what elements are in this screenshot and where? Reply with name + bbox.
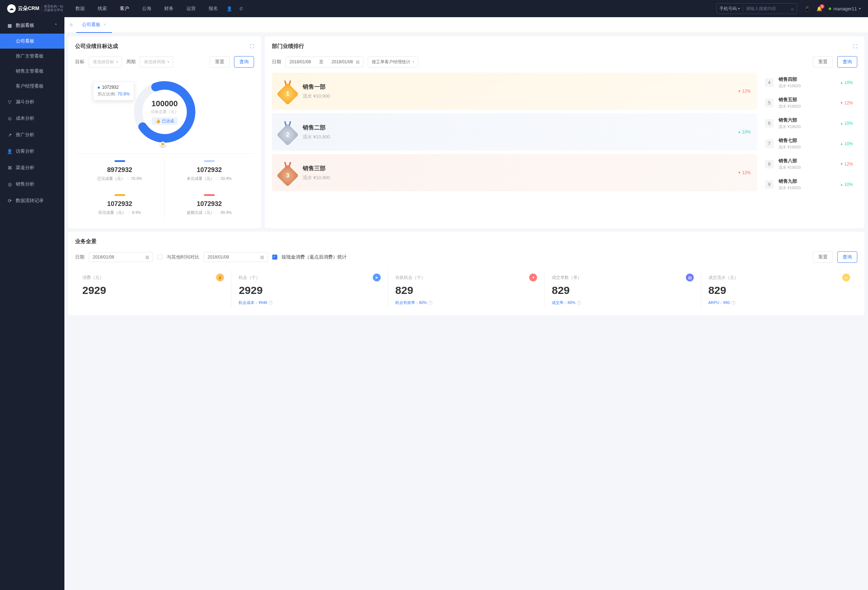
search-box[interactable]: 手机号码▾ ⌕ — [716, 3, 797, 14]
metric-cell: 机会（个）➤2929机会成本：¥948 ? — [231, 270, 387, 309]
search-icon[interactable]: ⌕ — [791, 6, 794, 12]
sidebar-item[interactable]: ↗推广分析 — [0, 127, 64, 143]
dashboard-icon: ▦ — [7, 23, 12, 28]
help-icon[interactable]: ? — [428, 301, 433, 305]
nav-item[interactable]: 数据 — [74, 5, 86, 12]
rank-row[interactable]: 7销售七部流水 ¥19020▲ 10% — [761, 134, 857, 153]
tab-company-dashboard[interactable]: 公司看板 × — [76, 17, 112, 33]
sidebar-item[interactable]: 销售主管看板 — [0, 64, 64, 79]
sidebar-item[interactable]: 👤访客分析 — [0, 143, 64, 159]
menu-icon: ▽ — [7, 99, 12, 104]
donut-label: 目标总量（元） — [151, 109, 179, 115]
search-type-select[interactable]: 手机号码▾ — [719, 6, 743, 12]
nav-item[interactable]: 客户 — [118, 5, 131, 12]
medal-icon: 2 — [278, 121, 297, 143]
calendar-icon: ▦ — [145, 255, 149, 260]
goal-title: 公司业绩目标达成 — [75, 43, 118, 50]
rank-row[interactable]: 5销售五部流水 ¥19020▼ 12% — [761, 93, 857, 113]
rank-card-top[interactable]: 3销售三部流水 ¥10,900▼12% — [272, 154, 757, 191]
sidebar-item[interactable]: ⊙成本分析 — [0, 110, 64, 127]
rank-row[interactable]: 8销售八部流水 ¥19020▼ 12% — [761, 154, 857, 174]
query-button[interactable]: 查询 — [837, 252, 857, 263]
phone-icon[interactable]: ✆ — [239, 6, 243, 12]
thumbs-up-icon: 👍 — [156, 119, 161, 124]
query-button[interactable]: 查询 — [837, 56, 857, 68]
donut-chart: 100000 目标总量（元） 👍 已达成 1072932 所占比例:70.9% — [129, 76, 200, 148]
nav-item[interactable]: 运营 — [185, 5, 197, 12]
stat-type-select[interactable]: 按工单客户经理统计▾ — [368, 56, 418, 68]
date-range-input[interactable]: 2018/01/08 至 2018/01/08 ▦ — [285, 56, 363, 68]
sidebar-item[interactable]: 客户经理看板 — [0, 79, 64, 94]
compare-checkbox[interactable] — [158, 255, 162, 260]
metric-cell: 成交流水（元）▭829ARPU：¥80 ? — [701, 270, 857, 309]
close-icon[interactable]: × — [103, 22, 106, 27]
status-dot-icon — [829, 7, 831, 10]
target-select[interactable]: 请选择目标▾ — [89, 56, 122, 68]
nav-item[interactable]: 公海 — [140, 5, 153, 12]
collapse-sidebar-icon[interactable]: ≡ — [69, 22, 72, 28]
help-icon[interactable]: ? — [577, 301, 581, 305]
menu-icon: ⊙ — [7, 116, 12, 121]
date-input-1[interactable]: 2018/01/08▦ — [89, 252, 153, 262]
donut-status-tag: 👍 已达成 — [152, 117, 177, 125]
logo-text: 云朵CRM — [18, 5, 39, 12]
period-select[interactable]: 请选择周期▾ — [140, 56, 173, 68]
expand-icon[interactable]: ⛶ — [853, 44, 857, 49]
sidebar-item[interactable]: ⟳数据流转记录 — [0, 193, 64, 209]
rank-row[interactable]: 9销售九部流水 ¥19020▲ 10% — [761, 175, 857, 194]
logo-subtitle: 教育机构一站 式服务云平台 — [41, 5, 63, 12]
menu-icon: ⟳ — [7, 198, 12, 203]
help-icon[interactable]: ? — [731, 301, 736, 305]
calendar-icon: ▦ — [260, 255, 264, 260]
sidebar-item[interactable]: ⌘渠道分析 — [0, 159, 64, 176]
metric-icon: ▤ — [686, 274, 694, 281]
medal-icon: 1 — [278, 81, 297, 102]
nav-item[interactable]: 财务 — [163, 5, 175, 12]
bell-icon[interactable]: 🔔 5 — [816, 6, 822, 12]
reset-button[interactable]: 重置 — [210, 56, 230, 68]
menu-icon: ◎ — [7, 182, 12, 187]
sidebar-item[interactable]: 推广主管看板 — [0, 49, 64, 64]
metric-icon: 💰 — [216, 274, 224, 281]
cash-checkbox[interactable] — [272, 255, 277, 260]
tabs-bar: ≡ 公司看板 × — [64, 17, 868, 33]
sidebar-item[interactable]: ▽漏斗分析 — [0, 94, 64, 110]
metric-icon: ▭ — [842, 274, 850, 281]
menu-icon: 👤 — [7, 149, 12, 154]
user-icon[interactable]: 👤 — [226, 6, 232, 12]
date-input-2[interactable]: 2018/01/08▦ — [204, 252, 268, 262]
sidebar-group-dashboard[interactable]: ▦ 数据看板 ˄ — [0, 17, 64, 34]
menu-icon: ↗ — [7, 132, 12, 137]
expand-icon[interactable]: ⛶ — [250, 44, 254, 49]
search-input[interactable] — [746, 6, 789, 11]
nav-item[interactable]: 报名 — [207, 5, 219, 12]
rank-row[interactable]: 4销售四部流水 ¥19020▲ 10% — [761, 73, 857, 92]
sidebar-item[interactable]: ◎销售分析 — [0, 176, 64, 193]
menu-icon: ⌘ — [7, 165, 12, 170]
reset-button[interactable]: 重置 — [813, 252, 833, 263]
mobile-icon[interactable]: 📱 — [804, 6, 810, 12]
rank-card: 部门业绩排行 ⛶ 日期 2018/01/08 至 2018/01/08 ▦ 按工… — [265, 37, 864, 228]
nav-item[interactable]: 线索 — [96, 5, 108, 12]
rank-title: 部门业绩排行 — [272, 43, 304, 50]
reset-button[interactable]: 重置 — [813, 56, 833, 68]
logo[interactable]: ☁ 云朵CRM 教育机构一站 式服务云平台 — [7, 4, 63, 13]
rank-card-top[interactable]: 1销售一部流水 ¥10,900▼12% — [272, 73, 757, 110]
query-button[interactable]: 查询 — [234, 56, 254, 68]
username: manager11 — [833, 6, 857, 12]
sidebar-item[interactable]: 公司看板 — [0, 34, 64, 49]
donut-value: 100000 — [151, 99, 177, 108]
stat-cell: 1072932应完成量（元）8.9% — [75, 188, 165, 222]
overview-card: 业务全景 日期 2018/01/08▦ 与其他时间对比 2018/01/08▦ … — [68, 232, 864, 315]
stat-cell: 1072932超额完成（元）89.9% — [165, 188, 254, 222]
user-menu[interactable]: manager11 ▾ — [829, 6, 861, 12]
cloud-icon: ☁ — [7, 4, 16, 13]
metric-icon: ✦ — [529, 274, 537, 281]
chevron-down-icon: ▾ — [859, 7, 861, 10]
stat-cell: 1072932未完成量（元）20.9% — [165, 154, 254, 188]
rank-row[interactable]: 6销售六部流水 ¥19020▲ 10% — [761, 113, 857, 133]
rank-card-top[interactable]: 2销售二部流水 ¥10,900▲10% — [272, 113, 757, 150]
help-icon[interactable]: ? — [269, 301, 273, 305]
metric-icon: ➤ — [373, 274, 381, 281]
goal-card: 公司业绩目标达成 ⛶ 目标 请选择目标▾ 周期 请选择周期▾ 重置 查询 — [68, 37, 261, 228]
